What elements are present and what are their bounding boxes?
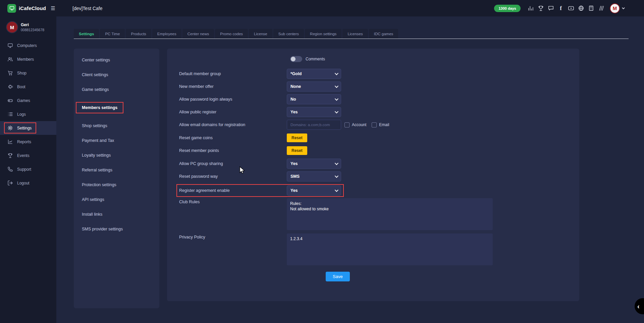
gamepad-icon — [7, 98, 13, 103]
nav-sms-provider-settings[interactable]: SMS provider settings — [82, 222, 151, 236]
gear-icon — [7, 125, 13, 131]
select-value: *Gold — [290, 71, 302, 76]
nav-center-settings[interactable]: Center settings — [82, 53, 151, 67]
sidebar-item-reports[interactable]: Reports — [0, 135, 56, 149]
tab-employees[interactable]: Employees — [152, 29, 181, 39]
email-checkbox[interactable] — [372, 122, 377, 127]
sidebar-item-label: Members — [17, 57, 34, 62]
comments-toggle[interactable] — [290, 56, 302, 62]
tab-promo-codes[interactable]: Promo codes — [215, 29, 248, 39]
nav-referral-settings[interactable]: Referral settings — [82, 163, 151, 177]
sidebar-item-members[interactable]: Members — [0, 52, 56, 66]
chevron-down-icon[interactable] — [622, 6, 625, 10]
sidebar-item-games[interactable]: Games — [0, 94, 56, 107]
monitor-icon — [7, 43, 13, 48]
save-button[interactable]: Save — [326, 272, 350, 281]
nav-game-settings[interactable]: Game settings — [82, 82, 151, 97]
facebook-icon[interactable]: f — [557, 5, 564, 12]
allow-pc-group-sharing-select[interactable]: Yes — [287, 159, 341, 169]
tab-products[interactable]: Products — [126, 29, 151, 39]
club-rules-textarea[interactable]: Rules: Not allowed to smoke — [287, 198, 493, 230]
new-member-offer-select[interactable]: None — [287, 82, 341, 92]
sidebar-item-label: Logs — [17, 112, 26, 117]
users-icon — [7, 56, 13, 62]
field-label: Allow email domains for registration — [179, 122, 287, 127]
default-member-group-select[interactable]: *Gold — [287, 69, 341, 79]
sidebar-item-boot[interactable]: Boot — [0, 80, 56, 94]
tab-license[interactable]: License — [249, 29, 272, 39]
nav-api-settings[interactable]: API settings — [82, 192, 151, 207]
sidebar-avatar: M — [7, 22, 17, 33]
sidebar-item-logs[interactable]: Logs — [0, 107, 56, 121]
chevron-left-icon: ‹ — [637, 303, 640, 310]
field-label: Default member group — [179, 71, 287, 76]
sidebar: M Geri 008812345678 Computers Members Sh… — [0, 16, 56, 323]
reset-game-coins-button[interactable]: Reset — [287, 133, 307, 142]
app-logo-icon[interactable] — [7, 4, 16, 13]
stats-icon[interactable] — [527, 5, 534, 12]
sidebar-item-computers[interactable]: Computers — [0, 39, 56, 52]
tab-settings[interactable]: Settings — [74, 29, 99, 39]
tab-licenses[interactable]: Licenses — [342, 29, 368, 39]
reset-member-points-button[interactable]: Reset — [287, 146, 307, 155]
field-label: Allow PC group sharing — [179, 161, 287, 166]
reset-password-way-select[interactable]: SMS — [287, 171, 341, 181]
cart-icon — [7, 70, 13, 76]
chip-icon — [7, 84, 13, 90]
license-days-badge[interactable]: 1300 days — [494, 5, 521, 12]
sidebar-item-logout[interactable]: Logout — [0, 176, 56, 190]
menu-toggle-icon[interactable]: ☰ — [51, 5, 55, 11]
allow-password-login-select[interactable]: No — [287, 94, 341, 104]
tab-idc-games[interactable]: IDC games — [369, 29, 398, 39]
members-settings-form: Comments Default member group *Gold New … — [167, 49, 579, 301]
globe-icon[interactable] — [578, 5, 584, 12]
sidebar-item-shop[interactable]: Shop — [0, 66, 56, 80]
allow-public-register-select[interactable]: Yes — [287, 107, 341, 117]
sidebar-item-label: Support — [17, 167, 31, 172]
topbar-icons: f — [527, 5, 604, 12]
youtube-icon[interactable] — [568, 5, 574, 12]
tab-bar: Settings PC Time Products Employees Cent… — [74, 29, 644, 39]
sidebar-item-events[interactable]: Events — [0, 149, 56, 162]
account-checkbox[interactable] — [344, 122, 350, 127]
trophy-icon[interactable] — [537, 5, 544, 12]
logout-icon — [7, 180, 13, 186]
nav-shop-settings[interactable]: Shop settings — [82, 118, 151, 133]
nav-loyalty-settings[interactable]: Loyalty settings — [82, 148, 151, 163]
tab-sub-centers[interactable]: Sub centers — [273, 29, 304, 39]
tab-pc-time[interactable]: PC Time — [100, 29, 125, 39]
nav-client-settings[interactable]: Client settings — [82, 67, 151, 82]
allow-password-login-row: Allow password login always No — [179, 94, 567, 104]
sidebar-item-support[interactable]: Support — [0, 162, 56, 176]
default-member-group-row: Default member group *Gold — [179, 69, 567, 79]
sidebar-item-label: Settings — [17, 126, 32, 130]
field-label: Allow public register — [179, 110, 287, 114]
sidebar-user-block[interactable]: M Geri 008812345678 — [0, 16, 56, 37]
settings-content: Center settings Client settings Game set… — [56, 39, 644, 308]
nav-item-label: Members settings — [82, 105, 117, 110]
field-label: Privacy Policy — [179, 233, 287, 239]
select-value: Yes — [290, 110, 298, 114]
calculator-icon[interactable] — [588, 5, 594, 12]
nav-members-settings[interactable]: Members settings — [82, 97, 151, 118]
chat-icon[interactable] — [547, 5, 554, 12]
sidebar-nav: Computers Members Shop Boot Games Logs — [0, 39, 56, 190]
privacy-policy-textarea[interactable]: 1.2.3.4 — [287, 233, 493, 265]
layers-icon[interactable] — [598, 5, 604, 12]
user-avatar[interactable]: M — [610, 3, 620, 13]
save-row: Save — [179, 271, 567, 281]
chart-icon — [7, 139, 13, 145]
email-domains-input[interactable] — [287, 120, 341, 130]
nav-protection-settings[interactable]: Protection settings — [82, 177, 151, 192]
field-label: Reset game coins — [179, 136, 287, 140]
nav-install-links[interactable]: Install links — [82, 207, 151, 222]
tab-center-news[interactable]: Center news — [182, 29, 214, 39]
nav-payment-and-tax[interactable]: Payment and Tax — [82, 133, 151, 148]
tab-region-settings[interactable]: Region settings — [305, 29, 341, 39]
field-label: Reset member points — [179, 148, 287, 153]
chevron-down-icon — [335, 97, 338, 101]
register-agreement-select[interactable]: Yes — [287, 185, 341, 196]
sidebar-item-settings[interactable]: Settings — [0, 121, 56, 135]
chevron-down-icon — [335, 71, 338, 75]
app-window: iCafeCloud ☰ [dev]Test Cafe 1300 days f — [0, 0, 644, 323]
